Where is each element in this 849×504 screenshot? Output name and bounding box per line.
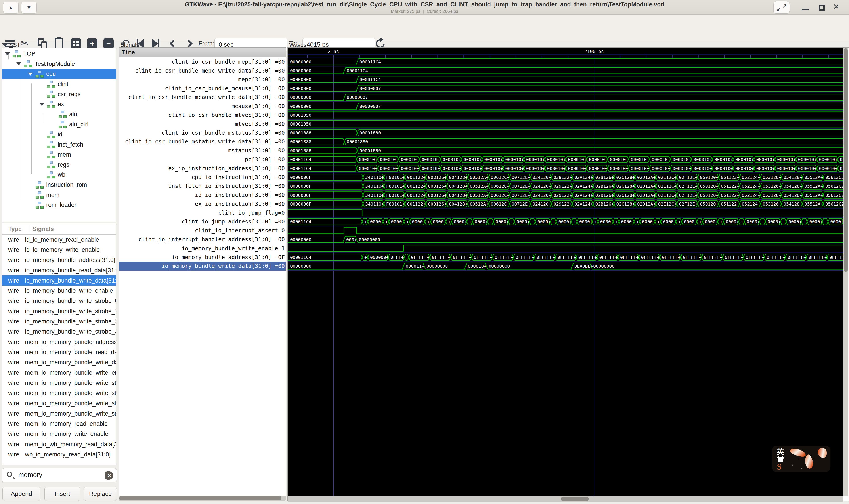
signal-list-item[interactable]: wireid_io_memory_write_enable [2, 245, 116, 255]
signal-list-item[interactable]: wireio_memory_bundle_write_strobe_2 [2, 316, 116, 326]
wave-signal-name-row[interactable]: clint_io_jump_address[31:0] =00 [119, 217, 286, 226]
svg-text:000011C4: 000011C4 [360, 59, 381, 65]
wave-signal-name-row[interactable]: io_memory_bundle_address[31:0] =0F [119, 253, 286, 262]
waves-hscrollbar[interactable] [288, 496, 843, 502]
signal-list-item[interactable]: wiremem_io_memory_bundle_write_strobe_0 [2, 378, 116, 388]
wave-signal-name-row[interactable]: clint_io_csr_bundle_mstatus_write_data[3… [119, 137, 286, 146]
wave-signal-name-row[interactable]: clint_io_csr_bundle_mtvec[31:0] =00 [119, 110, 286, 119]
signal-list-item[interactable]: wireio_memory_bundle_read_data[31:0] [2, 265, 116, 275]
sidebar-item-alu_ctrl[interactable]: alu_ctrl [2, 119, 116, 129]
append-button[interactable]: Append [2, 487, 40, 501]
wave-signal-name-row[interactable]: inst_fetch_io_instruction[31:0] =00 [119, 182, 286, 191]
signal-list-item[interactable]: wiremem_io_memory_bundle_read_data[31:0] [2, 347, 116, 357]
ime-toolbar[interactable]: 英 S [772, 446, 830, 472]
signal-list-item[interactable]: wireio_memory_bundle_write_strobe_1 [2, 306, 116, 316]
wave-signal-name-row[interactable]: io_memory_bundle_write_data[31:0] =00 [119, 262, 286, 270]
signal-list-item[interactable]: wiremem_io_memory_bundle_write_enable [2, 367, 116, 378]
wave-signal-name-row[interactable]: clint_io_csr_bundle_mcause_write_data[31… [119, 93, 286, 102]
svg-text:00712E+: 00712E+ [512, 193, 530, 198]
sidebar-item-rom_loader[interactable]: rom_loader [2, 200, 116, 210]
wave-signal-name-row[interactable]: cpu_io_instruction[31:0] =00 [119, 173, 286, 181]
wave-signal-name-row[interactable]: mstatus[31:0] =00 [119, 146, 286, 155]
signal-list-item[interactable]: wiremem_io_wb_memory_read_data[31:0] [2, 439, 116, 449]
wave-signal-name-row[interactable]: clint_io_interrupt_handler_address[31:0]… [119, 235, 286, 244]
signal-list-item[interactable]: wirewb_io_memory_read_data[31:0] [2, 449, 116, 460]
sidebar-item-alu[interactable]: alu [2, 109, 116, 120]
restore-window-button[interactable]: ↗↙ [773, 1, 790, 14]
signal-type: wire [2, 410, 25, 417]
signal-list-item[interactable]: wireio_memory_bundle_write_strobe_3 [2, 327, 116, 337]
expander-icon[interactable] [27, 72, 33, 76]
module-icon [47, 161, 55, 168]
svg-text:0000+: 0000+ [517, 219, 530, 224]
ime-logo[interactable]: S [777, 463, 781, 471]
close-button[interactable]: × [833, 0, 839, 12]
sidebar-item-id[interactable]: id [2, 129, 116, 140]
sidebar-item-ex[interactable]: ex [2, 99, 116, 109]
signal-list-item[interactable]: wireio_memory_bundle_write_strobe_0 [2, 296, 116, 306]
signal-list-item[interactable]: wiremem_io_memory_bundle_address[31:0] [2, 337, 116, 347]
sst-expander-icon[interactable] [2, 43, 8, 47]
sidebar-item-regs[interactable]: regs [2, 160, 116, 170]
signal-list-item[interactable]: wiremem_io_memory_read_enable [2, 419, 116, 429]
wave-signal-name-row[interactable]: clint_io_interrupt_assert=0 [119, 226, 286, 235]
signal-list-item[interactable]: wireio_memory_bundle_write_enable [2, 286, 116, 296]
wave-signal-name-row[interactable]: pc[31:0] =00 [119, 155, 286, 164]
signal-list-item[interactable]: wiremem_io_memory_bundle_write_strobe_3 [2, 409, 116, 419]
signal-list-item[interactable]: wiremem_io_memory_bundle_write_strobe_1 [2, 388, 116, 398]
insert-button[interactable]: Insert [44, 487, 80, 501]
wave-signal-name-row[interactable]: ex_io_instruction_address[31:0] =00 [119, 164, 286, 173]
expander-icon[interactable] [39, 103, 45, 106]
signals-hscrollbar[interactable] [119, 496, 286, 501]
wave-signal-name-row[interactable]: mtvec[31:0] =00 [119, 119, 286, 128]
sidebar-item-mem[interactable]: mem [2, 150, 116, 160]
ime-language-mode[interactable]: 英 [777, 447, 784, 457]
wave-signal-name-row[interactable]: clint_io_csr_bundle_mepc[31:0] =00 [119, 57, 286, 66]
wave-signal-name-row[interactable]: clint_io_csr_bundle_mcause[31:0] =00 [119, 84, 286, 93]
signal-type: wire [2, 277, 25, 284]
signal-list-item[interactable]: wireio_memory_bundle_write_data[31:0] [2, 275, 116, 286]
wave-signal-name-row[interactable]: mcause[31:0] =00 [119, 102, 286, 110]
minimize-button[interactable] [802, 9, 809, 10]
svg-text:00000000: 00000000 [290, 104, 311, 109]
time-header[interactable]: Time [119, 48, 286, 57]
clear-search-icon[interactable]: × [105, 471, 113, 480]
sidebar-item-clint[interactable]: clint [2, 79, 116, 89]
svg-text:000010+: 000010+ [380, 157, 398, 162]
signal-list-item[interactable]: wiremem_io_memory_bundle_write_data[31:0… [2, 357, 116, 367]
sidebar-item-instruction_rom[interactable]: instruction_rom [2, 180, 116, 190]
svg-text:050120+: 050120+ [700, 193, 719, 198]
signal-list-item[interactable]: wiremem_io_memory_bundle_write_strobe_2 [2, 398, 116, 409]
sidebar-item-TestTopModule[interactable]: TestTopModule [2, 59, 116, 69]
wave-signal-name-row[interactable]: id_io_instruction[31:0] =00 [119, 191, 286, 199]
svg-text:0000+: 0000+ [747, 219, 760, 224]
signal-list-item[interactable]: wiremem_io_memory_write_enable [2, 429, 116, 439]
signal-name: mem_io_memory_bundle_read_data[31:0] [25, 349, 116, 356]
sidebar-item-TOP[interactable]: TOP [2, 49, 116, 59]
search-input[interactable]: memory [18, 471, 42, 479]
wave-signal-name-row[interactable]: clint_io_csr_bundle_mstatus[31:0] =00 [119, 128, 286, 137]
signal-list-item[interactable]: wireid_io_memory_read_enable [2, 235, 116, 245]
sidebar-item-inst_fetch[interactable]: inst_fetch [2, 140, 116, 150]
waveform-canvas[interactable]: 2 ns2100 ps00000000000011C40000000000001… [288, 48, 843, 496]
wave-signal-name-row[interactable]: mepc[31:0] =00 [119, 75, 286, 84]
replace-button[interactable]: Replace [84, 487, 117, 501]
signal-list-item[interactable]: wireio_memory_bundle_address[31:0] [2, 255, 116, 265]
wave-signal-name-row[interactable]: clint_io_csr_bundle_mepc_write_data[31:0… [119, 66, 286, 75]
svg-text:004128+: 004128+ [449, 201, 467, 207]
svg-text:0FFFFF+: 0FFFFF+ [725, 255, 743, 260]
sidebar-item-wb[interactable]: wb [2, 170, 116, 180]
waves-panel: 2 ns2100 ps00000000000011C40000000000001… [287, 47, 849, 501]
waves-vscrollbar[interactable] [843, 48, 848, 496]
wave-signal-name-row[interactable]: clint_io_jump_flag=0 [119, 208, 286, 217]
sidebar-item-mem[interactable]: mem [2, 190, 116, 200]
expander-icon[interactable] [16, 62, 22, 66]
wave-signal-name-row[interactable]: ex_io_instruction[31:0] =00 [119, 199, 286, 208]
maximize-button[interactable] [819, 5, 825, 11]
signal-search[interactable]: memory × [2, 468, 117, 482]
sidebar-item-csr_regs[interactable]: csr_regs [2, 89, 116, 99]
expander-icon[interactable] [4, 52, 11, 55]
wave-signal-name-row[interactable]: io_memory_bundle_write_enable=1 [119, 244, 286, 253]
sidebar-item-cpu[interactable]: cpu [2, 69, 116, 79]
ime-skin-icon[interactable] [777, 456, 784, 463]
